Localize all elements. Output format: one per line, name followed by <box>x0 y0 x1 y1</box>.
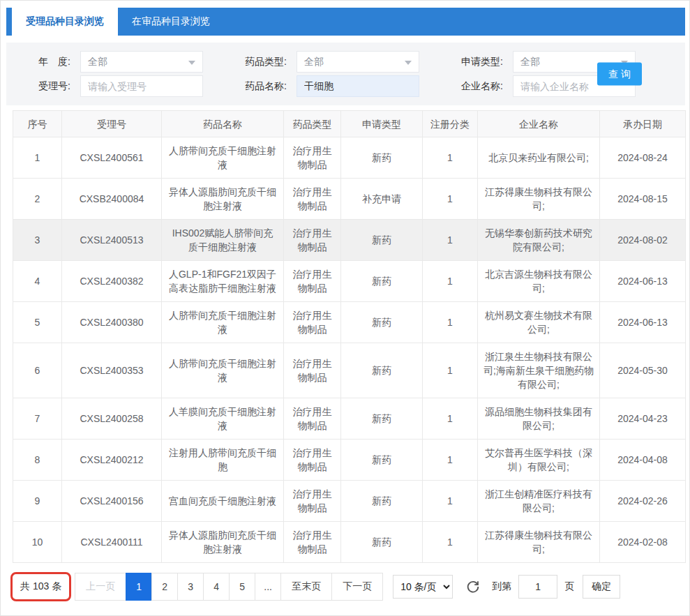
table-cell: 治疗用生物制品 <box>284 179 341 220</box>
table-cell: 治疗用生物制品 <box>284 302 341 343</box>
page-button-5[interactable]: 5 <box>229 573 255 601</box>
table-row[interactable]: 7CXSL2400258人羊膜间充质干细胞注射液治疗用生物制品新药1源品细胞生物… <box>13 398 686 440</box>
table-cell: 治疗用生物制品 <box>284 137 341 179</box>
page-button-4[interactable]: 4 <box>203 573 230 601</box>
next-page-button[interactable]: 下一页 <box>331 573 383 601</box>
table-cell: 5 <box>13 302 62 343</box>
column-header: 企业名称 <box>478 111 600 137</box>
results-table-wrap: 序号受理号药品名称药品类型申请类型注册分类企业名称承办日期 1CXSL24005… <box>13 110 685 563</box>
filter-panel: 年 度: 全部 药品类型: 全部 申请类型: 全部 <box>6 43 685 105</box>
table-cell: 2024-08-15 <box>600 179 686 220</box>
table-cell: CXSL2400353 <box>62 343 162 398</box>
table-cell: 1 <box>423 440 478 481</box>
table-cell: CXSL2400156 <box>62 481 162 522</box>
table-row[interactable]: 4CXSL2400382人GLP-1和FGF21双因子高表达脂肪干细胞注射液治疗… <box>13 261 686 302</box>
table-row[interactable]: 5CXSL2400380人脐带间充质干细胞注射液治疗用生物制品新药1杭州易文赛生… <box>13 302 686 343</box>
table-cell: CXSL2400561 <box>62 137 162 179</box>
table-cell: 2024-08-02 <box>600 220 686 261</box>
tab-under-review-catalog[interactable]: 在审品种目录浏览 <box>118 8 224 36</box>
drug-name-label: 药品名称: <box>223 80 287 93</box>
year-label: 年 度: <box>6 56 70 68</box>
tab-bar: 受理品种目录浏览 在审品种目录浏览 <box>6 8 685 36</box>
drug-type-select[interactable]: 全部 <box>297 51 419 73</box>
table-cell: 新药 <box>341 398 423 440</box>
last-page-button[interactable]: 至末页 <box>280 573 332 601</box>
table-cell: 9 <box>13 481 62 522</box>
table-cell: 治疗用生物制品 <box>284 398 341 440</box>
table-cell: 新药 <box>341 137 423 179</box>
chevron-down-icon <box>188 61 195 65</box>
enterprise-name-label: 企业名称: <box>439 80 503 93</box>
table-cell: CXSL2400111 <box>62 522 162 563</box>
table-cell: 治疗用生物制品 <box>284 481 341 522</box>
table-cell: IHS002赋能人脐带间充质干细胞注射液 <box>162 220 284 261</box>
search-button[interactable]: 查询 <box>597 63 642 86</box>
table-row[interactable]: 3CXSL2400513IHS002赋能人脐带间充质干细胞注射液治疗用生物制品新… <box>13 220 686 261</box>
table-cell: 1 <box>423 261 478 302</box>
table-cell: 源品细胞生物科技集团有限公司; <box>478 398 600 440</box>
acceptance-number-field: 受理号: <box>6 75 203 97</box>
page-button-1[interactable]: 1 <box>126 573 152 601</box>
page-container: 受理品种目录浏览 在审品种目录浏览 年 度: 全部 药品类型: 全部 <box>6 8 685 601</box>
table-cell: 北京贝来药业有限公司; <box>478 137 600 179</box>
confirm-button[interactable]: 确定 <box>583 575 620 599</box>
page-unit-label: 页 <box>564 580 574 593</box>
table-cell: 人脐带间充质干细胞注射液 <box>162 302 284 343</box>
goto-page-input[interactable] <box>518 575 557 599</box>
table-row[interactable]: 6CXSL2400353人脐带间充质干细胞注射液治疗用生物制品新药1浙江泉生生物… <box>13 343 686 398</box>
acceptance-number-input-box <box>80 75 203 97</box>
filter-row-1: 年 度: 全部 药品类型: 全部 申请类型: 全部 <box>6 51 685 73</box>
page-size-select[interactable]: 10 条/页 <box>393 575 453 599</box>
table-cell: 3 <box>13 220 62 261</box>
table-row[interactable]: 9CXSL2400156宫血间充质干细胞注射液治疗用生物制品新药1浙江生创精准医… <box>13 481 686 522</box>
table-row[interactable]: 1CXSL2400561人脐带间充质干细胞注射液治疗用生物制品新药1北京贝来药业… <box>13 137 686 179</box>
year-select[interactable]: 全部 <box>80 51 203 73</box>
table-cell: CXSL2400513 <box>62 220 162 261</box>
page-button-3[interactable]: 3 <box>177 573 204 601</box>
table-row[interactable]: 8CXSL2400212注射用人脐带间充质干细胞治疗用生物制品新药1艾尔普再生医… <box>13 440 686 481</box>
table-cell: 7 <box>13 398 62 440</box>
table-cell: 宫血间充质干细胞注射液 <box>162 481 284 522</box>
table-cell: 治疗用生物制品 <box>284 220 341 261</box>
table-cell: 北京吉源生物科技有限公司; <box>478 261 600 302</box>
ellipsis-button[interactable]: ... <box>255 573 281 601</box>
table-row[interactable]: 10CXSL2400111异体人源脂肪间充质干细胞注射液治疗用生物制品新药1江苏… <box>13 522 686 563</box>
pagination-bar: 共 103 条 上一页 12345 ... 至末页 下一页 10 条/页 到第 … <box>10 572 685 601</box>
table-cell: 1 <box>423 137 478 179</box>
tab-accepted-catalog[interactable]: 受理品种目录浏览 <box>12 8 118 36</box>
table-cell: 2024-02-08 <box>600 522 686 563</box>
drug-name-input[interactable] <box>304 76 412 96</box>
table-cell: CXSL2400382 <box>62 261 162 302</box>
column-header: 序号 <box>13 111 62 137</box>
table-cell: 2024-08-24 <box>600 137 686 179</box>
goto-page-label: 到第 <box>492 580 511 593</box>
column-header: 药品类型 <box>284 111 341 137</box>
table-cell: 治疗用生物制品 <box>284 261 341 302</box>
table-cell: 新药 <box>341 522 423 563</box>
refresh-icon[interactable] <box>465 579 481 594</box>
table-cell: 1 <box>423 343 478 398</box>
table-cell: 2024-02-26 <box>600 481 686 522</box>
table-cell: 治疗用生物制品 <box>284 440 341 481</box>
chevron-down-icon <box>405 61 412 65</box>
prev-page-button[interactable]: 上一页 <box>75 573 126 601</box>
acceptance-number-input[interactable] <box>88 76 195 96</box>
table-cell: 新药 <box>341 343 423 398</box>
column-header: 注册分类 <box>423 111 478 137</box>
table-cell: 浙江泉生生物科技有限公司;海南新生泉干细胞药物有限公司; <box>478 343 600 398</box>
table-cell: CXSL2400212 <box>62 440 162 481</box>
year-field: 年 度: 全部 <box>6 51 203 73</box>
page-button-2[interactable]: 2 <box>151 573 178 601</box>
table-cell: 新药 <box>341 481 423 522</box>
total-count-label: 共 103 条 <box>20 580 61 593</box>
table-cell: 江苏得康生物科技有限公司; <box>478 522 600 563</box>
table-cell: 异体人源脂肪间充质干细胞注射液 <box>162 522 284 563</box>
table-cell: 1 <box>423 398 478 440</box>
table-cell: 无锡华泰创新药技术研究院有限公司; <box>478 220 600 261</box>
column-header: 申请类型 <box>341 111 423 137</box>
table-cell: 1 <box>13 137 62 179</box>
table-cell: 人GLP-1和FGF21双因子高表达脂肪干细胞注射液 <box>162 261 284 302</box>
table-cell: 2024-04-08 <box>600 440 686 481</box>
table-row[interactable]: 2CXSB2400084异体人源脂肪间充质干细胞注射液治疗用生物制品补充申请1江… <box>13 179 686 220</box>
table-cell: 江苏得康生物科技有限公司; <box>478 179 600 220</box>
